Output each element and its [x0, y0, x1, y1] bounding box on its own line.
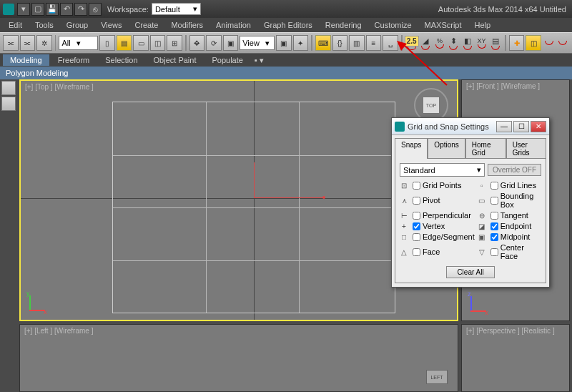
snap-grid-points[interactable]: Grid Points [413, 181, 475, 190]
ref-coord-dropdown[interactable]: View▾ [240, 36, 275, 50]
viewcube-face[interactable]: TOP [423, 97, 440, 114]
unlink-icon[interactable]: ⫘ [20, 35, 36, 51]
viewport-top-label[interactable]: [+] [Top ] [Wireframe ] [25, 83, 94, 91]
angle-snap-icon[interactable]: ◢ [420, 36, 433, 50]
tab-selection[interactable]: Selection [98, 54, 144, 66]
spinner-snap-icon[interactable]: ⬍ [448, 36, 460, 50]
percent-snap-icon[interactable]: % [433, 36, 446, 50]
tab-freeform[interactable]: Freeform [51, 54, 97, 66]
menu-maxscript[interactable]: MAXScript [419, 19, 468, 31]
minimize-button[interactable]: — [496, 121, 512, 132]
tab-options[interactable]: Options [428, 138, 465, 159]
viewport-front-label[interactable]: [+] [Front ] [Wireframe ] [466, 82, 540, 90]
qat-redo-icon[interactable]: ↷ [74, 3, 87, 16]
menu-group[interactable]: Group [61, 19, 94, 31]
snap-perpendicular[interactable]: Perpendicular [413, 211, 475, 220]
menu-edit[interactable]: Edit [3, 19, 28, 31]
vertex-marker[interactable] [322, 196, 325, 199]
qat-link-icon[interactable]: ⎋ [89, 3, 102, 16]
ribbon-panel-label[interactable]: Polygon Modeling [0, 67, 572, 79]
menu-grapheditors[interactable]: Graph Editors [258, 19, 318, 31]
qat-save-icon[interactable]: 💾 [46, 3, 59, 16]
snap-bounding-box[interactable]: Bounding Box [490, 192, 541, 209]
snap-checkbox[interactable] [413, 248, 420, 256]
manip-icon[interactable]: ✦ [293, 35, 309, 51]
edit-named-icon[interactable]: ◫ [526, 35, 541, 51]
menu-modifiers[interactable]: Modifiers [165, 19, 209, 31]
move-icon[interactable]: ✥ [189, 35, 205, 51]
snap-checkbox[interactable] [413, 212, 420, 220]
tab-toggle-icon[interactable]: ▪ ▾ [252, 54, 267, 67]
snap-center-face[interactable]: Center Face [490, 243, 541, 260]
select-crossing-icon[interactable]: ⊞ [167, 35, 182, 51]
selection-filter-dropdown[interactable]: All▾ [59, 36, 98, 50]
menu-views[interactable]: Views [95, 19, 127, 31]
qat-undo-icon[interactable]: ↶ [60, 3, 73, 16]
snap-checkbox[interactable] [413, 222, 420, 230]
menu-rendering[interactable]: Rendering [320, 19, 368, 31]
select-window-icon[interactable]: ◫ [150, 35, 166, 51]
rotate-icon[interactable]: ⟳ [206, 35, 222, 51]
snap-checkbox[interactable] [490, 212, 498, 220]
tab-modeling[interactable]: Modeling [3, 54, 49, 66]
vt-1-icon[interactable] [1, 81, 16, 95]
snap-checkbox[interactable] [490, 248, 498, 256]
snap-checkbox[interactable] [490, 197, 498, 205]
snap-2-5-toggle[interactable]: 2.5 [405, 36, 418, 50]
tab-usergrids[interactable]: User Grids [506, 138, 546, 159]
tab-populate[interactable]: Populate [204, 54, 250, 66]
snap-checkbox[interactable] [413, 182, 420, 190]
select-icon[interactable]: ▯ [99, 35, 115, 51]
snap-checkbox[interactable] [490, 222, 498, 230]
edge-constraint-icon[interactable]: ▤ [489, 36, 502, 50]
viewcube-left[interactable]: LEFT [426, 370, 448, 384]
viewport-left-label[interactable]: [+] [Left ] [Wireframe ] [24, 327, 93, 335]
select-name-icon[interactable]: ▤ [117, 35, 132, 51]
viewport-perspective[interactable]: [+] [Perspective ] [Realistic ] [461, 324, 570, 392]
menu-tools[interactable]: Tools [29, 19, 59, 31]
snap-edge-segment[interactable]: Edge/Segment [413, 232, 475, 241]
snap-type-dropdown[interactable]: Standard▾ [400, 163, 485, 177]
link-icon[interactable]: ⫘ [3, 35, 19, 51]
align-icon[interactable]: ≡ [366, 35, 382, 51]
grid-snap-icon[interactable] [543, 36, 556, 50]
snap-keyboard-icon[interactable]: ⌨ [315, 35, 331, 51]
viewport-left[interactable]: [+] [Left ] [Wireframe ] LEFT [19, 324, 458, 392]
tab-objectpaint[interactable]: Object Paint [147, 54, 204, 66]
viewport-persp-label[interactable]: [+] [Perspective ] [Realistic ] [466, 327, 555, 335]
close-button[interactable]: ✕ [531, 121, 546, 132]
tab-snaps[interactable]: Snaps [395, 138, 428, 159]
snap-checkbox[interactable] [490, 233, 498, 241]
menu-create[interactable]: Create [129, 19, 164, 31]
snap-vertex[interactable]: Vertex [413, 222, 475, 230]
vt-2-icon[interactable] [1, 97, 16, 111]
workspace-dropdown[interactable]: Default ▾ [152, 3, 201, 15]
override-button[interactable]: Override OFF [488, 164, 541, 176]
edged-snap-icon[interactable]: ◧ [461, 36, 474, 50]
select-rect-icon[interactable]: ▭ [133, 35, 149, 51]
spline-object[interactable] [254, 162, 325, 198]
snap-checkbox[interactable] [413, 197, 420, 205]
snap-endpoint[interactable]: Endpoint [490, 222, 541, 230]
create-sel-icon[interactable]: ✚ [509, 35, 525, 51]
named-sel-icon[interactable]: {} [332, 35, 348, 51]
mirror-icon[interactable]: ▥ [349, 35, 365, 51]
snap-checkbox[interactable] [413, 233, 420, 241]
menu-animation[interactable]: Animation [210, 19, 257, 31]
app-icon[interactable] [3, 4, 14, 15]
maximize-button[interactable]: ☐ [513, 121, 529, 132]
clear-all-button[interactable]: Clear All [446, 266, 494, 278]
snap-pivot[interactable]: Pivot [413, 196, 475, 205]
ortho-snap-icon[interactable] [556, 36, 569, 50]
menu-customize[interactable]: Customize [369, 19, 418, 31]
snap-tangent[interactable]: Tangent [490, 211, 541, 220]
layer-icon[interactable]: ␣ [383, 35, 398, 51]
xy-constraint-icon[interactable]: XY [475, 36, 488, 50]
snap-face[interactable]: Face [413, 248, 475, 256]
qat-open-icon[interactable]: ▢ [31, 3, 44, 16]
snap-grid-lines[interactable]: Grid Lines [490, 181, 541, 190]
pivot-icon[interactable]: ▣ [276, 35, 292, 51]
dialog-titlebar[interactable]: Grid and Snap Settings — ☐ ✕ [392, 118, 549, 135]
bind-icon[interactable]: ✲ [36, 35, 52, 51]
tab-homegrid[interactable]: Home Grid [465, 138, 506, 159]
